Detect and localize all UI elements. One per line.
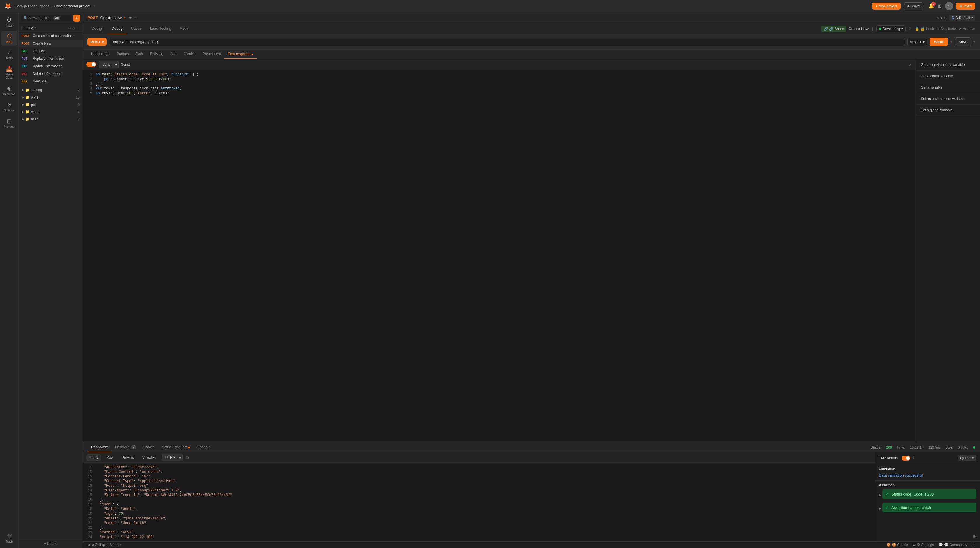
sidebar-item-schemas[interactable]: ◈ Schemas — [1, 83, 18, 98]
add-tab-icon[interactable]: + — [129, 16, 132, 20]
test-results-toggle[interactable] — [902, 456, 910, 461]
format-visualize-btn[interactable]: Visualize — [139, 454, 159, 461]
bottom-tab-console[interactable]: Console — [193, 443, 215, 452]
invite-button[interactable]: ✚ Invite — [956, 3, 975, 10]
sidebar-item-sharedocs[interactable]: 📤 Share Docs — [1, 63, 18, 82]
more-icon[interactable]: ⋯ — [76, 26, 80, 30]
save-button[interactable]: Save — [955, 37, 971, 46]
bottom-tab-cookie[interactable]: Cookie — [139, 443, 158, 452]
format-pretty-btn[interactable]: Pretty — [86, 454, 101, 461]
by-selector[interactable]: By 成功 ▾ — [958, 455, 977, 461]
list-item[interactable]: SSE New SSE — [19, 78, 83, 85]
folder-item[interactable]: ▶ 📁 pet 9 — [19, 101, 83, 108]
new-project-button[interactable]: + New project — [872, 3, 900, 10]
snippet-item[interactable]: Get a global variable — [916, 70, 980, 82]
tab-design[interactable]: Design — [88, 23, 107, 34]
sidebar-item-tests[interactable]: ✓ Tests — [1, 47, 18, 62]
sidebar-item-settings[interactable]: ⚙ Settings — [1, 99, 18, 114]
snippet-item[interactable]: Get an environment variable — [916, 59, 980, 70]
lock-btn[interactable]: 🔒 🔒 Lock — [915, 27, 934, 31]
grid-view-icon[interactable]: ⊞ — [973, 534, 977, 539]
collapse-sidebar-btn[interactable]: ◀ ◀ Collapse Sidebar — [88, 543, 122, 547]
list-item[interactable]: GET Get List — [19, 47, 83, 55]
assertion-expand-icon[interactable]: ▶ — [879, 507, 881, 510]
folder-item[interactable]: ▶ 📁 Testing 2 — [19, 86, 83, 94]
code-editor[interactable]: 1 pm.test("Status code: Code is 200", fu… — [83, 70, 916, 442]
sort-icon[interactable]: ⇅ — [68, 26, 71, 30]
bottom-tab-headers[interactable]: Headers 7 — [112, 443, 139, 452]
list-item[interactable]: POST Creates list of users with ... — [19, 32, 83, 40]
more-options-icon[interactable]: ··· — [134, 16, 137, 20]
archive-btn[interactable]: ⊳ Archive — [959, 27, 975, 31]
default-selector[interactable]: D D Default ▾ — [950, 15, 975, 21]
notifications-icon[interactable]: 🔔 2 — [928, 3, 934, 9]
snippet-item[interactable]: Set a global variable — [916, 105, 980, 116]
tab-mock[interactable]: Mock — [175, 23, 192, 34]
layout-icon[interactable]: ⊟ — [908, 27, 912, 31]
test-info-icon[interactable]: ℹ — [913, 456, 914, 460]
format-preview-btn[interactable]: Preview — [119, 454, 137, 461]
script-type-select[interactable]: Script — [99, 61, 119, 68]
sidebar-item-trash[interactable]: 🗑 Trash — [1, 531, 18, 546]
sidebar-item-history[interactable]: ⏱ History — [1, 14, 18, 29]
param-tab-prerequest[interactable]: Pre-request — [199, 49, 224, 59]
grid-icon[interactable]: ⊞ — [938, 3, 942, 9]
method-select[interactable]: POST ▾ — [88, 38, 107, 46]
bottom-tab-response[interactable]: Response — [88, 443, 112, 452]
tab-debug[interactable]: Debug — [107, 23, 127, 34]
filter-icon[interactable]: ◇ — [72, 26, 75, 30]
param-tab-postresponse[interactable]: Post-response ● — [224, 49, 257, 59]
send-chevron-icon[interactable]: ▾ — [950, 40, 952, 44]
param-tab-headers[interactable]: Headers (1) — [88, 49, 113, 59]
folder-item[interactable]: ▶ 📁 user 7 — [19, 116, 83, 123]
api-name: Update Information — [33, 64, 62, 68]
tab-cases[interactable]: Cases — [127, 23, 146, 34]
encoding-select[interactable]: UTF-8 — [162, 454, 183, 461]
snippet-item[interactable]: Set an environment variable — [916, 93, 980, 105]
save-chevron-icon[interactable]: ▾ — [973, 40, 975, 44]
maximize-icon[interactable]: ⛶ — [972, 543, 975, 547]
snippet-item[interactable]: Get a variable — [916, 82, 980, 93]
cookie-btn[interactable]: 🍪 🍪 Cookie — [886, 543, 908, 547]
tab-load-testing[interactable]: Load Testing — [146, 23, 176, 34]
list-item[interactable]: PAT Update Information — [19, 62, 83, 70]
expand-editor-icon[interactable]: ⤢ — [909, 62, 912, 67]
create-button[interactable]: + Create — [19, 539, 83, 548]
copy-response-icon[interactable]: ⧉ — [186, 455, 189, 460]
project-chevron-icon[interactable]: ▾ — [93, 4, 95, 8]
validation-message[interactable]: Data validation successful — [879, 473, 923, 478]
list-item[interactable]: PUT Replace Information — [19, 55, 83, 62]
prev-icon[interactable]: ‹ — [937, 14, 939, 21]
env-selector[interactable]: Developing ▾ — [877, 25, 905, 32]
send-button[interactable]: Send — [929, 38, 948, 46]
add-api-button[interactable]: + — [73, 14, 80, 22]
code-content: "Cache-Control": "no-cache", — [95, 470, 163, 474]
assertion-expand-icon[interactable]: ▶ — [879, 493, 881, 497]
editor-toggle[interactable] — [86, 62, 96, 67]
search-input[interactable] — [29, 16, 52, 20]
sidebar-item-apis[interactable]: ⬡ APIs — [1, 30, 18, 46]
param-tab-auth[interactable]: Auth — [167, 49, 181, 59]
folder-item[interactable]: ▶ 📁 APIs 10 — [19, 94, 83, 101]
avatar[interactable]: C — [945, 2, 953, 10]
protocol-selector[interactable]: http/1.1 ▾ — [907, 38, 927, 46]
folder-item[interactable]: ▶ 📁 store 4 — [19, 108, 83, 116]
duplicate-btn[interactable]: ⊕ Duplicate — [936, 27, 956, 31]
list-item-active[interactable]: POST Create New — [19, 40, 83, 47]
url-input[interactable] — [109, 38, 905, 46]
share-button[interactable]: ⇗ Share — [904, 2, 923, 10]
param-tab-path[interactable]: Path — [132, 49, 147, 59]
share-tab[interactable]: 🔗 🔗 Share — [821, 25, 846, 32]
param-tab-body[interactable]: Body (1) — [146, 49, 167, 59]
environment-icon[interactable]: ⊕ — [944, 16, 948, 20]
sidebar-item-manage[interactable]: ◫ Manage — [1, 116, 18, 130]
settings-bottom-btn[interactable]: ⚙ ⚙ Settings — [913, 543, 934, 547]
community-btn[interactable]: 💬 💬 Community — [939, 543, 967, 547]
param-tab-cookie[interactable]: Cookie — [181, 49, 199, 59]
list-item[interactable]: DEL Delete Information — [19, 70, 83, 78]
filter-pill[interactable]: All — [53, 16, 60, 20]
param-tab-params[interactable]: Params — [113, 49, 132, 59]
next-icon[interactable]: › — [940, 14, 942, 21]
bottom-tab-actual-request[interactable]: Actual Request — [158, 443, 193, 452]
format-raw-btn[interactable]: Raw — [103, 454, 116, 461]
